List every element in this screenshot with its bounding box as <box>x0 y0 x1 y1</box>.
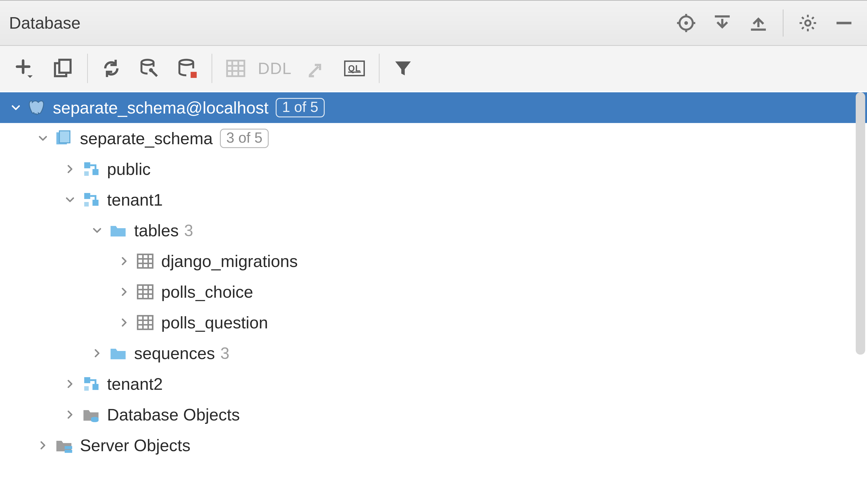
folder-db-icon <box>81 405 101 425</box>
table-node[interactable]: polls_choice <box>0 277 867 307</box>
database-tool-window: Database DDL QL separate_schema@localhos… <box>0 0 867 504</box>
schema-label: tenant1 <box>107 190 163 210</box>
filter-button[interactable] <box>387 53 419 84</box>
database-count-badge: 3 of 5 <box>220 129 269 148</box>
chevron-down-icon[interactable] <box>90 224 104 237</box>
table-icon <box>135 251 156 271</box>
folder-label: sequences <box>134 344 215 363</box>
folder-icon <box>108 220 128 240</box>
toolbar-separator <box>379 54 379 83</box>
chevron-right-icon[interactable] <box>63 408 77 421</box>
panel-title: Database <box>9 13 81 32</box>
postgres-icon <box>26 97 47 118</box>
chevron-down-icon[interactable] <box>63 193 77 206</box>
folder-count: 3 <box>220 344 229 363</box>
database-label: separate_schema <box>80 129 213 148</box>
deactivate-button[interactable] <box>171 53 203 84</box>
node-label: Server Objects <box>80 436 190 455</box>
collapse-all-icon[interactable] <box>742 7 774 39</box>
navigate-button[interactable] <box>301 53 332 84</box>
chevron-right-icon[interactable] <box>36 439 50 452</box>
chevron-down-icon[interactable] <box>36 131 50 145</box>
new-button[interactable] <box>9 53 41 84</box>
folder-count: 3 <box>184 221 193 240</box>
settings-icon[interactable] <box>792 7 824 39</box>
vertical-scrollbar[interactable] <box>856 92 865 502</box>
chevron-right-icon[interactable] <box>63 162 77 176</box>
expand-all-icon[interactable] <box>706 7 738 39</box>
table-editor-button[interactable] <box>220 53 251 84</box>
folder-label: tables <box>134 221 179 240</box>
header-separator <box>783 10 783 36</box>
datasource-count-badge: 1 of 5 <box>276 98 324 117</box>
datasource-label: separate_schema@localhost <box>53 98 268 117</box>
duplicate-button[interactable] <box>47 53 78 84</box>
schema-icon <box>81 190 101 210</box>
server-objects-node[interactable]: Server Objects <box>0 430 867 461</box>
chevron-right-icon[interactable] <box>117 316 131 329</box>
schema-node-tenant2[interactable]: tenant2 <box>0 368 867 399</box>
scrollbar-thumb[interactable] <box>856 92 865 355</box>
table-node[interactable]: django_migrations <box>0 246 867 277</box>
schema-label: public <box>107 160 151 179</box>
tables-folder-node[interactable]: tables 3 <box>0 215 867 246</box>
folder-icon <box>108 343 128 363</box>
schema-node-public[interactable]: public <box>0 154 867 184</box>
toolbar-separator <box>87 54 88 83</box>
database-node[interactable]: separate_schema 3 of 5 <box>0 123 867 154</box>
refresh-button[interactable] <box>96 53 127 84</box>
chevron-right-icon[interactable] <box>90 346 104 360</box>
database-toolbar: DDL QL <box>0 46 867 91</box>
query-console-button[interactable]: QL <box>339 53 370 84</box>
scroll-from-source-icon[interactable] <box>670 7 702 39</box>
database-objects-node[interactable]: Database Objects <box>0 399 867 430</box>
table-icon <box>135 282 156 302</box>
table-node[interactable]: polls_question <box>0 307 867 338</box>
chevron-right-icon[interactable] <box>117 285 131 299</box>
chevron-right-icon[interactable] <box>63 377 77 391</box>
panel-header: Database <box>0 1 867 46</box>
chevron-right-icon[interactable] <box>117 254 131 268</box>
table-label: django_migrations <box>161 252 298 271</box>
schema-icon <box>81 159 101 179</box>
table-icon <box>135 312 156 333</box>
table-label: polls_question <box>161 313 268 332</box>
ddl-button[interactable]: DDL <box>258 59 292 78</box>
schema-icon <box>81 374 101 394</box>
hide-icon[interactable] <box>828 7 860 39</box>
toolbar-separator <box>212 54 212 83</box>
sequences-folder-node[interactable]: sequences 3 <box>0 338 867 368</box>
datasource-node[interactable]: separate_schema@localhost 1 of 5 <box>0 92 867 123</box>
database-icon <box>54 128 74 149</box>
database-tree: separate_schema@localhost 1 of 5 separat… <box>0 91 867 504</box>
schema-label: tenant2 <box>107 374 163 394</box>
node-label: Database Objects <box>107 405 240 424</box>
folder-server-icon <box>54 435 74 455</box>
data-source-properties-button[interactable] <box>133 53 165 84</box>
schema-node-tenant1[interactable]: tenant1 <box>0 184 867 215</box>
chevron-down-icon[interactable] <box>9 101 23 115</box>
table-label: polls_choice <box>161 282 253 302</box>
